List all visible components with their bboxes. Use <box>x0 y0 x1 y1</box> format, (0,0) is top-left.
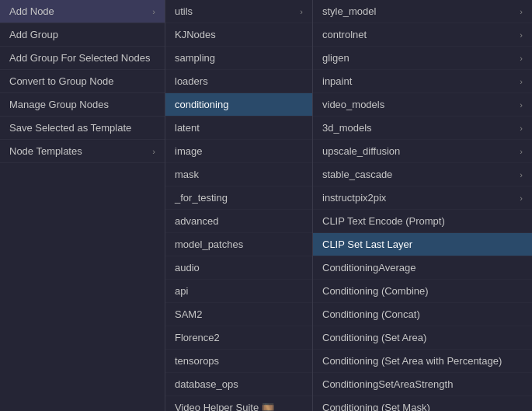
arrow-icon: › <box>520 147 523 156</box>
submenu-item-tensorops[interactable]: tensorops <box>165 350 312 373</box>
right-item-conditioning-concat[interactable]: Conditioning (Concat) <box>313 303 532 326</box>
right-item-conditioning-set-area-pct[interactable]: Conditioning (Set Area with Percentage) <box>313 350 532 373</box>
submenu-item-loaders[interactable]: loaders <box>165 70 312 93</box>
submenu-item-for-testing[interactable]: _for_testing <box>165 186 312 210</box>
arrow-icon: › <box>152 7 155 16</box>
menu-item-node-templates[interactable]: Node Templates › <box>0 140 165 163</box>
arrow-icon: › <box>520 124 523 133</box>
arrow-icon: › <box>520 30 523 40</box>
arrow-icon: › <box>520 7 523 16</box>
submenu-item-conditioning[interactable]: conditioning <box>165 93 312 117</box>
arrow-icon: › <box>300 7 303 16</box>
menu-item-add-group[interactable]: Add Group <box>0 23 165 47</box>
arrow-icon: › <box>520 170 523 179</box>
submenu-item-sam2[interactable]: SAM2 <box>165 303 312 326</box>
right-item-conditioning-set-area[interactable]: Conditioning (Set Area) <box>313 326 532 350</box>
right-item-style-model[interactable]: style_model › <box>313 0 532 23</box>
submenu-right: style_model › controlnet › gligen › inpa… <box>313 0 532 411</box>
menu-item-add-node[interactable]: Add Node › <box>0 0 165 23</box>
right-item-3d-models[interactable]: 3d_models › <box>313 117 532 140</box>
context-menu-left: Add Node › Add Group Add Group For Selec… <box>0 0 165 411</box>
right-item-controlnet[interactable]: controlnet › <box>313 23 532 47</box>
right-item-stable-cascade[interactable]: stable_cascade › <box>313 163 532 186</box>
right-item-conditioning-set-area-strength[interactable]: ConditioningSetAreaStrength <box>313 373 532 396</box>
submenu-item-database-ops[interactable]: database_ops <box>165 373 312 396</box>
right-item-upscale-diffusion[interactable]: upscale_diffusion › <box>313 140 532 163</box>
submenu-item-kjnodes[interactable]: KJNodes <box>165 23 312 47</box>
submenu-item-audio[interactable]: audio <box>165 256 312 280</box>
submenu-item-api[interactable]: api <box>165 280 312 303</box>
submenu-item-video-helper[interactable]: Video Helper Suite 🎞️ 🅜🅞🅡🅔 <box>165 396 312 411</box>
right-item-conditioning-average[interactable]: ConditioningAverage <box>313 256 532 280</box>
submenu-item-mask[interactable]: mask <box>165 163 312 186</box>
arrow-icon: › <box>520 193 523 203</box>
submenu-item-model-patches[interactable]: model_patches <box>165 233 312 256</box>
right-item-conditioning-combine[interactable]: Conditioning (Combine) <box>313 280 532 303</box>
right-item-gligen[interactable]: gligen › <box>313 47 532 70</box>
menu-item-manage-group-nodes[interactable]: Manage Group Nodes <box>0 93 165 117</box>
submenu-item-image[interactable]: image <box>165 140 312 163</box>
submenu-middle: utils › KJNodes sampling loaders conditi… <box>165 0 313 411</box>
menu-item-save-template[interactable]: Save Selected as Template <box>0 117 165 140</box>
right-item-clip-text-encode[interactable]: CLIP Text Encode (Prompt) <box>313 210 532 233</box>
arrow-icon: › <box>152 147 155 156</box>
submenu-item-florence2[interactable]: Florence2 <box>165 326 312 350</box>
right-item-video-models[interactable]: video_models › <box>313 93 532 117</box>
menu-item-convert-group-node[interactable]: Convert to Group Node <box>0 70 165 93</box>
right-item-inpaint[interactable]: inpaint › <box>313 70 532 93</box>
right-item-conditioning-set-mask[interactable]: Conditioning (Set Mask) <box>313 396 532 411</box>
submenu-item-utils[interactable]: utils › <box>165 0 312 23</box>
arrow-icon: › <box>520 100 523 110</box>
right-item-clip-set-last-layer[interactable]: CLIP Set Last Layer <box>313 233 532 256</box>
menu-item-add-group-selected[interactable]: Add Group For Selected Nodes <box>0 47 165 70</box>
submenu-item-sampling[interactable]: sampling <box>165 47 312 70</box>
right-item-instructpix2pix[interactable]: instructpix2pix › <box>313 186 532 210</box>
submenu-item-latent[interactable]: latent <box>165 117 312 140</box>
arrow-icon: › <box>520 77 523 86</box>
arrow-icon: › <box>520 54 523 63</box>
submenu-item-advanced[interactable]: advanced <box>165 210 312 233</box>
